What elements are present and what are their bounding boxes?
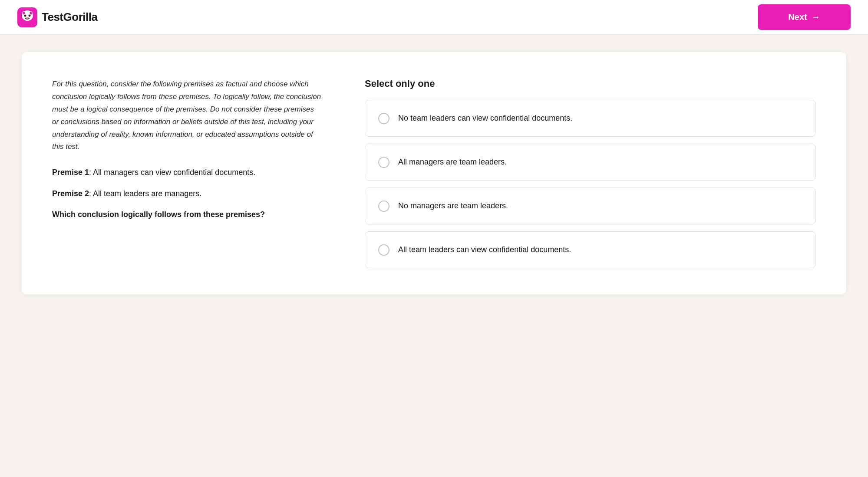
answer-text-3: No managers are team leaders. [398, 200, 508, 212]
next-button-label: Next [788, 12, 807, 22]
svg-point-5 [30, 11, 32, 14]
premise1-label: Premise 1 [52, 168, 89, 177]
radio-circle-2 [378, 157, 389, 168]
logo-text: TestGorilla [42, 10, 97, 24]
answer-text-2: All managers are team leaders. [398, 156, 507, 168]
svg-point-7 [29, 14, 31, 16]
select-label: Select only one [365, 78, 816, 89]
answer-text-1: No team leaders can view confidential do… [398, 112, 572, 124]
answer-option-1[interactable]: No team leaders can view confidential do… [365, 100, 816, 137]
logo-icon [17, 7, 37, 27]
question-panel: For this question, consider the followin… [52, 78, 321, 268]
svg-point-4 [23, 11, 25, 14]
answer-options-list: No team leaders can view confidential do… [365, 100, 816, 268]
premise2-text: : All team leaders are managers. [89, 189, 201, 198]
answer-panel: Select only one No team leaders can view… [365, 78, 816, 268]
radio-circle-3 [378, 201, 389, 212]
radio-circle-4 [378, 244, 389, 256]
app-header: TestGorilla Next → [0, 0, 868, 35]
next-button[interactable]: Next → [758, 4, 851, 30]
next-arrow-icon: → [812, 12, 820, 22]
logo-area: TestGorilla [17, 7, 97, 27]
question-instructions: For this question, consider the followin… [52, 78, 321, 153]
premise2-label: Premise 2 [52, 189, 89, 198]
premise2: Premise 2: All team leaders are managers… [52, 188, 321, 200]
answer-option-2[interactable]: All managers are team leaders. [365, 144, 816, 181]
premise1-text: : All managers can view confidential doc… [89, 168, 255, 177]
answer-option-4[interactable]: All team leaders can view confidential d… [365, 231, 816, 268]
premise1: Premise 1: All managers can view confide… [52, 166, 321, 179]
question-card: For this question, consider the followin… [22, 52, 846, 294]
question-text: Which conclusion logically follows from … [52, 209, 321, 220]
svg-point-6 [24, 14, 26, 16]
radio-circle-1 [378, 113, 389, 124]
answer-text-4: All team leaders can view confidential d… [398, 244, 571, 256]
answer-option-3[interactable]: No managers are team leaders. [365, 188, 816, 224]
